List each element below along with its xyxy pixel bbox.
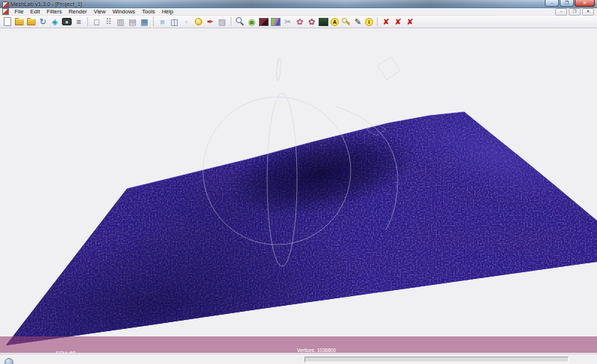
mdi-close-button[interactable]: ✕ bbox=[582, 8, 594, 16]
smooth-shading-icon[interactable]: ▦ bbox=[140, 16, 149, 27]
texture-icon[interactable]: ▨ bbox=[217, 16, 227, 27]
wireframe-render-icon[interactable]: ▥ bbox=[116, 16, 125, 27]
maximize-button[interactable]: ❐ bbox=[560, 0, 574, 7]
layers-icon[interactable]: ≡ bbox=[74, 16, 84, 27]
minimize-button[interactable]: – bbox=[545, 0, 559, 7]
raster-photo-icon[interactable] bbox=[259, 16, 269, 27]
hud-info-bar: FOV: 60 FPS: 2.6 Vertices: 1036800 Faces… bbox=[0, 336, 597, 353]
menu-render[interactable]: Render bbox=[65, 8, 90, 15]
toolbar: ↻ ◈ ≡ ◻ ⠿ ▥ ▤ ▦ ■ ◫ ▫ ✒ bbox=[0, 16, 597, 28]
magnifier-icon[interactable] bbox=[235, 16, 245, 27]
window-title: MeshLab v1.3.0 - [Project_1] bbox=[10, 1, 82, 7]
pen-icon[interactable]: ✒ bbox=[205, 16, 215, 27]
decorate-icon-2[interactable]: ✿ bbox=[307, 16, 316, 27]
delete-raster-icon[interactable]: ✘ bbox=[393, 16, 403, 27]
menu-windows[interactable]: Windows bbox=[109, 8, 138, 15]
viewport-3d-canvas[interactable]: FOV: 60 FPS: 2.6 Vertices: 1036800 Faces… bbox=[0, 28, 597, 354]
toolbar-separator bbox=[87, 17, 88, 26]
menu-filters[interactable]: Filters bbox=[43, 8, 65, 15]
mdi-window-controls: – ❐ ✕ bbox=[555, 8, 594, 16]
toolbar-separator bbox=[231, 17, 231, 26]
info-icon[interactable]: i bbox=[365, 18, 373, 26]
split-view-icon[interactable]: ◫ bbox=[169, 16, 179, 27]
reload-icon[interactable]: ↻ bbox=[38, 16, 48, 27]
points-render-icon[interactable]: ⠿ bbox=[104, 16, 113, 27]
label-a-icon[interactable]: A bbox=[331, 18, 339, 26]
toolbar-items: ↻ ◈ ≡ ◻ ⠿ ▥ ▤ ▦ ■ ◫ ▫ ✒ bbox=[2, 16, 415, 27]
key-icon[interactable] bbox=[341, 16, 351, 27]
close-button[interactable]: ✕ bbox=[575, 0, 595, 7]
menu-items: File Edit Filters Render View Windows To… bbox=[11, 8, 555, 15]
decorate-icon-1[interactable]: ✿ bbox=[295, 16, 304, 27]
import-mesh-icon[interactable] bbox=[26, 16, 36, 27]
progress-bar bbox=[304, 357, 569, 363]
mdi-restore-button[interactable]: ❐ bbox=[569, 8, 581, 16]
flat-shading-icon[interactable]: ▤ bbox=[128, 16, 137, 27]
open-project-icon[interactable] bbox=[14, 16, 24, 27]
delete-all-icon[interactable]: ✘ bbox=[405, 16, 415, 27]
menu-help[interactable]: Help bbox=[158, 8, 176, 15]
menu-edit[interactable]: Edit bbox=[27, 8, 43, 15]
mdi-minimize-button[interactable]: – bbox=[555, 8, 567, 16]
status-bar bbox=[0, 354, 597, 364]
project-icon bbox=[2, 8, 9, 15]
terrain-mesh-render bbox=[0, 28, 597, 354]
vertices-label: Vertices: 1036800 bbox=[297, 348, 336, 353]
globe-icon[interactable]: ◉ bbox=[247, 16, 257, 27]
menu-file[interactable]: File bbox=[11, 8, 27, 15]
landscape-icon[interactable] bbox=[319, 16, 328, 27]
meshlab-window: { "window": { "title": "MeshLab v1.3.0 -… bbox=[0, 0, 597, 364]
toolbar-separator bbox=[377, 17, 378, 26]
scissors-icon[interactable]: ✂ bbox=[283, 16, 293, 27]
selection-icon[interactable]: ■ bbox=[157, 16, 167, 27]
brush-icon[interactable]: ✎ bbox=[353, 16, 363, 27]
app-logo-icon bbox=[2, 1, 9, 8]
window-controls: – ❐ ✕ bbox=[545, 0, 595, 7]
delete-mesh-icon[interactable]: ✘ bbox=[381, 16, 391, 27]
menu-tools[interactable]: Tools bbox=[139, 8, 159, 15]
dim-icon[interactable]: ▫ bbox=[181, 16, 191, 27]
menu-view[interactable]: View bbox=[90, 8, 109, 15]
camera-icon[interactable] bbox=[62, 16, 72, 27]
new-project-icon[interactable] bbox=[2, 16, 12, 27]
status-corner-icon bbox=[4, 358, 13, 364]
menu-bar: File Edit Filters Render View Windows To… bbox=[0, 8, 597, 16]
light-icon[interactable] bbox=[193, 16, 203, 27]
bbox-render-icon[interactable]: ◻ bbox=[92, 16, 101, 27]
picture-icon[interactable] bbox=[271, 16, 281, 27]
toolbar-separator bbox=[153, 17, 154, 26]
title-bar[interactable]: MeshLab v1.3.0 - [Project_1] – ❐ ✕ bbox=[0, 0, 597, 8]
snapshot-icon[interactable]: ◈ bbox=[50, 16, 60, 27]
